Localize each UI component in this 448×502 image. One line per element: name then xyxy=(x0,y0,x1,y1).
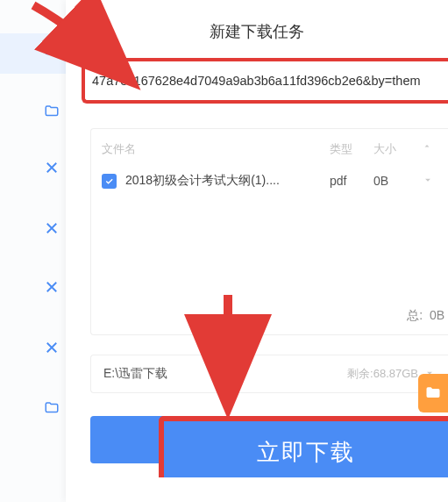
download-button-area: 立即下载 xyxy=(90,416,448,477)
total-label: 总: xyxy=(407,308,423,322)
folder-icon xyxy=(44,42,61,60)
folder-icon xyxy=(44,104,61,121)
close-icon xyxy=(44,220,61,238)
download-url-input[interactable]: 47a7ec167628e4d7049a9ab3b6a11fd396cb2e6&… xyxy=(82,58,448,104)
column-type: 类型 xyxy=(330,141,373,157)
save-path-row: E:\迅雷下载 剩余:68.87GB xyxy=(90,355,448,393)
file-row[interactable]: 2018初级会计考试大纲(1).... pdf 0B xyxy=(91,166,448,203)
save-path-text: E:\迅雷下载 xyxy=(103,366,347,382)
file-total: 总: 0B xyxy=(91,299,448,334)
file-type: pdf xyxy=(330,174,373,188)
folder-icon xyxy=(44,400,61,418)
close-icon xyxy=(44,279,61,297)
total-size: 0B xyxy=(430,308,444,322)
dialog-title: 新建下载任务 xyxy=(66,0,448,58)
file-row-menu-icon[interactable] xyxy=(422,174,437,189)
close-icon xyxy=(44,160,61,177)
background-sidebar xyxy=(0,0,66,502)
file-checkbox[interactable] xyxy=(102,174,117,189)
file-name: 2018初级会计考试大纲(1).... xyxy=(125,173,330,189)
download-button-label: 立即下载 xyxy=(257,437,355,468)
disk-free-text: 剩余:68.87GB xyxy=(347,366,418,382)
column-filename: 文件名 xyxy=(102,141,330,157)
column-size: 大小 xyxy=(373,141,422,157)
download-button[interactable]: 立即下载 xyxy=(159,416,448,477)
file-size: 0B xyxy=(373,174,422,188)
file-list-header: 文件名 类型 大小 xyxy=(91,129,448,166)
download-dialog: 新建下载任务 47a7ec167628e4d7049a9ab3b6a11fd39… xyxy=(66,0,448,502)
file-list-panel: 文件名 类型 大小 2018初级会计考试大纲(1).... pdf 0B 总: … xyxy=(90,128,448,335)
close-icon xyxy=(44,340,61,357)
browse-folder-button[interactable] xyxy=(418,374,448,412)
column-sort-icon[interactable] xyxy=(422,141,437,157)
save-path-input[interactable]: E:\迅雷下载 剩余:68.87GB xyxy=(90,355,448,393)
